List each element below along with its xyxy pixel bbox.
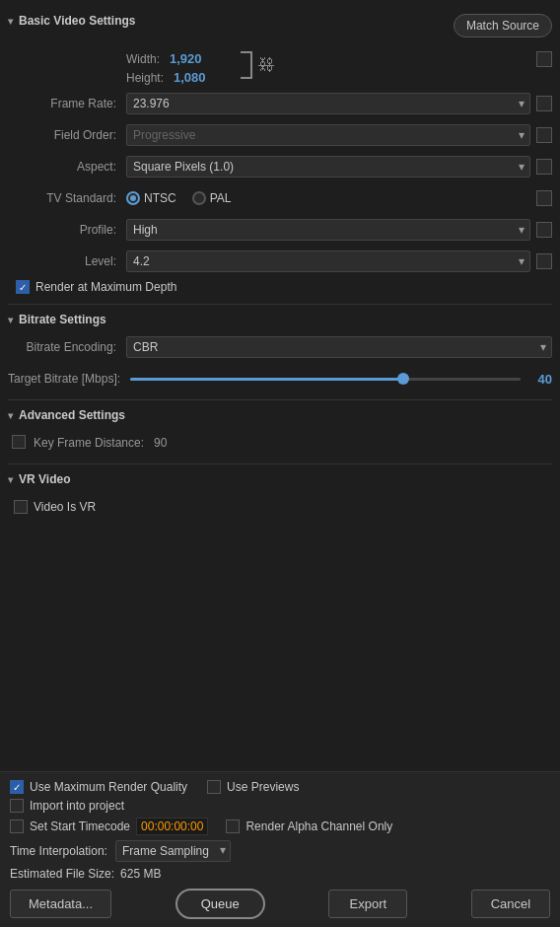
fieldorder-checkbox[interactable] bbox=[536, 127, 552, 143]
bitrate-slider-track[interactable] bbox=[130, 378, 521, 381]
ntsc-radio-circle bbox=[126, 191, 140, 205]
bitrate-slider-fill bbox=[130, 378, 403, 381]
keyframe-label: Key Frame Distance: bbox=[28, 436, 154, 450]
level-row: Level: 4.2 4.1 4.0 bbox=[8, 249, 552, 274]
width-label: Width: bbox=[126, 52, 170, 66]
level-select[interactable]: 4.2 4.1 4.0 bbox=[126, 250, 530, 272]
video-is-vr-checkbox[interactable] bbox=[14, 500, 28, 514]
tvstandard-row: TV Standard: NTSC PAL bbox=[8, 185, 552, 211]
bottom-bar: Use Maximum Render Quality Use Previews … bbox=[0, 771, 560, 927]
advanced-chevron-icon: ▾ bbox=[8, 410, 13, 421]
bracket-shape bbox=[241, 51, 252, 79]
basic-video-section-label: Basic Video Settings bbox=[19, 14, 135, 28]
level-select-wrapper: 4.2 4.1 4.0 bbox=[126, 250, 530, 272]
profile-select[interactable]: High Main Baseline bbox=[126, 219, 530, 241]
bitrate-encoding-label: Bitrate Encoding: bbox=[8, 340, 126, 354]
level-label: Level: bbox=[8, 254, 126, 268]
level-controls: 4.2 4.1 4.0 bbox=[126, 250, 552, 272]
fieldorder-controls: Progressive Upper First Lower First bbox=[126, 124, 552, 146]
filesize-label: Estimated File Size: bbox=[10, 867, 114, 881]
import-checkbox[interactable] bbox=[10, 799, 24, 813]
dimensions-row: Width: 1,920 Height: 1,080 ⛓ bbox=[8, 51, 552, 85]
profile-row: Profile: High Main Baseline bbox=[8, 217, 552, 243]
render-alpha-checkbox[interactable] bbox=[226, 820, 240, 833]
render-max-label: Render at Maximum Depth bbox=[35, 280, 176, 294]
target-bitrate-label: Target Bitrate [Mbps]: bbox=[8, 372, 130, 386]
advanced-section-header[interactable]: ▾ Advanced Settings bbox=[8, 408, 552, 422]
timecode-row: Set Start Timecode 00:00:00:00 Render Al… bbox=[10, 818, 550, 835]
tvstandard-checkbox[interactable] bbox=[536, 190, 552, 206]
tvstandard-label: TV Standard: bbox=[8, 191, 126, 205]
target-bitrate-row: Target Bitrate [Mbps]: 40 bbox=[8, 366, 552, 392]
framerate-controls: 23.976 24 25 29.97 30 bbox=[126, 93, 552, 114]
set-start-timecode-checkbox[interactable] bbox=[10, 820, 24, 833]
link-chain-icon[interactable]: ⛓ bbox=[258, 56, 274, 74]
ntsc-label: NTSC bbox=[144, 191, 176, 205]
aspect-row: Aspect: Square Pixels (1.0) D1/DV NTSC (… bbox=[8, 154, 552, 179]
framerate-select[interactable]: 23.976 24 25 29.97 30 bbox=[126, 93, 530, 114]
bitrate-slider-row: 40 bbox=[130, 372, 552, 387]
ntsc-radio-item[interactable]: NTSC bbox=[126, 191, 176, 205]
vr-section-header[interactable]: ▾ VR Video bbox=[8, 472, 552, 486]
width-row: Width: 1,920 bbox=[126, 51, 233, 66]
queue-button[interactable]: Queue bbox=[175, 889, 265, 919]
advanced-section-label: Advanced Settings bbox=[19, 408, 125, 422]
bracket-top bbox=[241, 51, 252, 65]
options-row-1: Use Maximum Render Quality Use Previews bbox=[10, 780, 550, 794]
match-source-button[interactable]: Match Source bbox=[454, 14, 552, 37]
divider-2 bbox=[8, 399, 552, 400]
profile-label: Profile: bbox=[8, 223, 126, 237]
framerate-checkbox[interactable] bbox=[536, 96, 552, 111]
set-start-timecode-label: Set Start Timecode bbox=[30, 820, 130, 833]
height-value: 1,080 bbox=[174, 70, 233, 85]
interp-select[interactable]: Frame Sampling Frame Blending Optical Fl… bbox=[115, 840, 231, 862]
export-button[interactable]: Export bbox=[328, 890, 407, 918]
pal-radio-circle bbox=[192, 191, 206, 205]
level-checkbox[interactable] bbox=[536, 253, 552, 269]
import-row: Import into project bbox=[10, 799, 550, 813]
render-max-row: Render at Maximum Depth bbox=[16, 280, 552, 294]
bitrate-section-label: Bitrate Settings bbox=[19, 313, 106, 326]
width-value: 1,920 bbox=[170, 51, 229, 66]
profile-checkbox[interactable] bbox=[536, 222, 552, 238]
bitrate-section-header[interactable]: ▾ Bitrate Settings bbox=[8, 313, 552, 326]
bitrate-encoding-select[interactable]: CBR VBR, 1 Pass VBR, 2 Pass bbox=[126, 336, 552, 358]
render-max-checkbox[interactable] bbox=[16, 280, 30, 294]
use-max-quality-label: Use Maximum Render Quality bbox=[30, 780, 187, 794]
bottom-spacer bbox=[8, 526, 552, 545]
bitrate-slider-value: 40 bbox=[528, 372, 552, 387]
metadata-button[interactable]: Metadata... bbox=[10, 890, 111, 918]
height-row: Height: 1,080 bbox=[126, 70, 233, 85]
bitrate-slider-thumb[interactable] bbox=[397, 373, 409, 385]
keyframe-input[interactable] bbox=[154, 436, 189, 450]
bitrate-chevron-icon: ▾ bbox=[8, 315, 13, 325]
fieldorder-select[interactable]: Progressive Upper First Lower First bbox=[126, 124, 530, 146]
filesize-value: 625 MB bbox=[120, 867, 161, 881]
basic-video-section-header[interactable]: ▾ Basic Video Settings bbox=[8, 14, 454, 28]
aspect-select[interactable]: Square Pixels (1.0) D1/DV NTSC (0.9091) bbox=[126, 156, 530, 178]
fieldorder-select-wrapper: Progressive Upper First Lower First bbox=[126, 124, 530, 146]
aspect-select-wrapper: Square Pixels (1.0) D1/DV NTSC (0.9091) bbox=[126, 156, 530, 178]
aspect-label: Aspect: bbox=[8, 160, 126, 174]
bitrate-encoding-row: Bitrate Encoding: CBR VBR, 1 Pass VBR, 2… bbox=[8, 334, 552, 360]
aspect-checkbox[interactable] bbox=[536, 159, 552, 175]
time-interp-label: Time Interpolation: bbox=[10, 844, 107, 858]
fieldorder-row: Field Order: Progressive Upper First Low… bbox=[8, 122, 552, 148]
keyframe-checkbox[interactable] bbox=[12, 435, 26, 449]
pal-radio-item[interactable]: PAL bbox=[192, 191, 232, 205]
use-previews-checkbox[interactable] bbox=[207, 780, 221, 794]
bracket-bottom bbox=[241, 65, 252, 79]
profile-select-wrapper: High Main Baseline bbox=[126, 219, 530, 241]
divider-3 bbox=[8, 464, 552, 464]
cancel-button[interactable]: Cancel bbox=[471, 890, 550, 918]
vr-section-label: VR Video bbox=[19, 472, 70, 486]
dimensions-values: Width: 1,920 Height: 1,080 bbox=[126, 51, 233, 85]
video-is-vr-row: Video Is VR bbox=[8, 494, 552, 520]
interp-select-wrapper: Frame Sampling Frame Blending Optical Fl… bbox=[115, 840, 231, 862]
aspect-controls: Square Pixels (1.0) D1/DV NTSC (0.9091) bbox=[126, 156, 552, 178]
use-previews-label: Use Previews bbox=[227, 780, 299, 794]
fieldorder-label: Field Order: bbox=[8, 128, 126, 142]
vr-chevron-icon: ▾ bbox=[8, 474, 13, 485]
dimensions-checkbox[interactable] bbox=[536, 51, 552, 67]
use-max-quality-checkbox[interactable] bbox=[10, 780, 24, 794]
